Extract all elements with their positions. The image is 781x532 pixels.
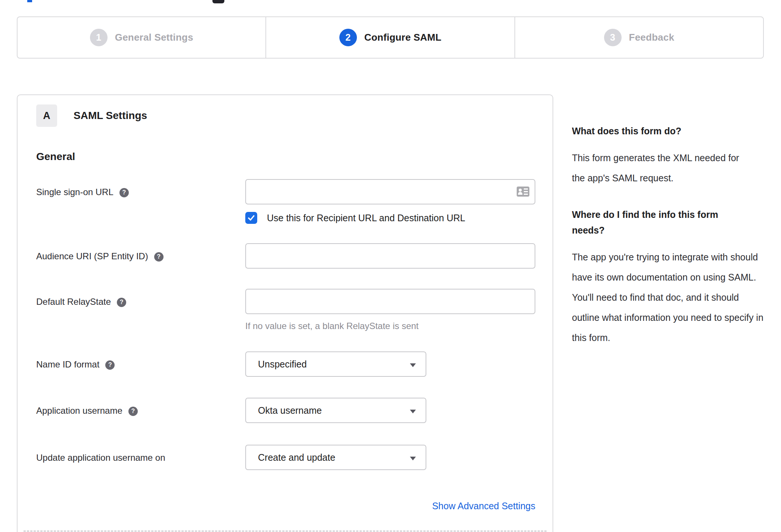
sidebar-paragraph: This form generates the XML needed for t… bbox=[572, 148, 742, 188]
sidebar-heading: What does this form do? bbox=[572, 123, 765, 139]
saml-form: Single sign-on URL ? bbox=[36, 179, 535, 511]
step-number-badge: 2 bbox=[339, 29, 357, 46]
logo-fragment-black bbox=[212, 0, 224, 3]
step-feedback[interactable]: 3 Feedback bbox=[514, 17, 763, 58]
section-divider-dashed bbox=[24, 531, 547, 532]
sso-url-input[interactable] bbox=[245, 179, 535, 204]
chevron-down-icon bbox=[410, 457, 416, 460]
relaystate-hint: If no value is set, a blank RelayState i… bbox=[245, 321, 535, 331]
section-a-badge: A bbox=[36, 104, 57, 127]
select-value: Create and update bbox=[246, 452, 335, 463]
app-username-select[interactable]: Okta username bbox=[245, 398, 426, 423]
field-label-text: Application username bbox=[36, 406, 122, 416]
panel-header: A SAML Settings bbox=[36, 104, 535, 127]
checkmark-icon bbox=[247, 214, 255, 222]
field-label-text: Single sign-on URL bbox=[36, 187, 113, 197]
field-label-text: Audience URI (SP Entity ID) bbox=[36, 251, 148, 262]
help-sidebar: What does this form do? This form genera… bbox=[572, 123, 765, 348]
field-label-text: Update application username on bbox=[36, 453, 165, 463]
sidebar-section-where: Where do I find the info this form needs… bbox=[572, 207, 765, 348]
step-number-badge: 1 bbox=[90, 29, 108, 46]
step-label: Configure SAML bbox=[364, 32, 441, 43]
sidebar-heading: Where do I find the info this form needs… bbox=[572, 207, 747, 238]
sso-url-label: Single sign-on URL ? bbox=[36, 179, 245, 197]
help-icon[interactable]: ? bbox=[117, 298, 126, 307]
relaystate-input[interactable] bbox=[245, 289, 535, 314]
help-icon[interactable]: ? bbox=[119, 188, 129, 197]
help-icon[interactable]: ? bbox=[128, 407, 138, 416]
app-username-label: Application username ? bbox=[36, 398, 245, 416]
update-username-label: Update application username on bbox=[36, 445, 245, 463]
select-value: Okta username bbox=[246, 405, 322, 416]
field-row-sso-url: Single sign-on URL ? bbox=[36, 179, 535, 224]
field-row-nameid-format: Name ID format ? Unspecified bbox=[36, 351, 535, 377]
recipient-url-checkbox-row: Use this for Recipient URL and Destinati… bbox=[245, 212, 535, 224]
wizard-stepper: 1 General Settings 2 Configure SAML 3 Fe… bbox=[17, 16, 764, 59]
help-icon[interactable]: ? bbox=[154, 252, 164, 262]
chevron-down-icon bbox=[410, 363, 416, 367]
update-username-select[interactable]: Create and update bbox=[245, 445, 426, 470]
step-general-settings[interactable]: 1 General Settings bbox=[18, 17, 265, 58]
field-row-audience-uri: Audience URI (SP Entity ID) ? bbox=[36, 243, 535, 269]
field-label-text: Default RelayState bbox=[36, 297, 111, 307]
show-advanced-settings-link[interactable]: Show Advanced Settings bbox=[432, 501, 535, 511]
step-label: Feedback bbox=[629, 32, 675, 43]
field-row-update-username: Update application username on Create an… bbox=[36, 445, 535, 470]
nameid-format-select[interactable]: Unspecified bbox=[245, 351, 426, 377]
sidebar-section-what: What does this form do? This form genera… bbox=[572, 123, 765, 188]
help-icon[interactable]: ? bbox=[105, 360, 115, 370]
chevron-down-icon bbox=[410, 410, 416, 413]
saml-settings-panel: A SAML Settings General Single sign-on U… bbox=[17, 94, 553, 532]
step-number-badge: 3 bbox=[604, 29, 622, 46]
audience-uri-input[interactable] bbox=[245, 243, 535, 269]
panel-title: SAML Settings bbox=[74, 110, 147, 122]
general-section-heading: General bbox=[36, 151, 535, 163]
step-label: General Settings bbox=[115, 32, 193, 43]
use-for-recipient-url-checkbox[interactable] bbox=[245, 212, 257, 224]
advanced-settings-row: Show Advanced Settings bbox=[36, 501, 535, 511]
checkbox-label: Use this for Recipient URL and Destinati… bbox=[267, 213, 465, 223]
field-row-relaystate: Default RelayState ? If no value is set,… bbox=[36, 289, 535, 331]
relaystate-label: Default RelayState ? bbox=[36, 289, 245, 307]
contact-card-icon bbox=[517, 187, 529, 197]
logo-fragment-blue bbox=[27, 0, 32, 2]
step-configure-saml[interactable]: 2 Configure SAML bbox=[265, 17, 514, 58]
nameid-format-label: Name ID format ? bbox=[36, 351, 245, 370]
field-label-text: Name ID format bbox=[36, 359, 99, 370]
select-value: Unspecified bbox=[246, 359, 307, 370]
field-row-app-username: Application username ? Okta username bbox=[36, 398, 535, 423]
audience-uri-label: Audience URI (SP Entity ID) ? bbox=[36, 243, 245, 262]
sidebar-paragraph: The app you're trying to integrate with … bbox=[572, 247, 765, 348]
